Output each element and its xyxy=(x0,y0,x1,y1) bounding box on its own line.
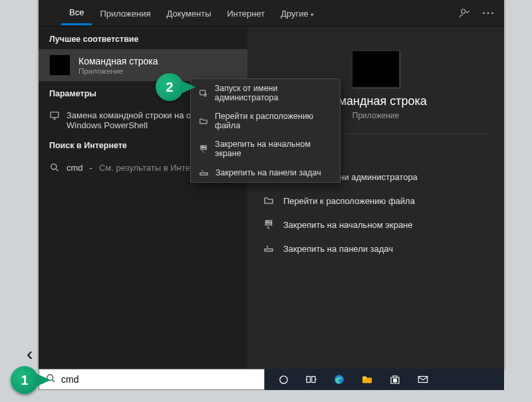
cmd-thumbnail-icon xyxy=(49,54,70,76)
action-open-location[interactable]: Перейти к расположению файла xyxy=(247,189,504,213)
svg-rect-17 xyxy=(312,377,315,383)
best-match-result[interactable]: Командная строка Приложение xyxy=(39,49,247,81)
context-menu: Запуск от имени администратора Перейти к… xyxy=(190,78,340,183)
pin-start-icon xyxy=(263,219,274,230)
more-icon[interactable] xyxy=(483,7,495,19)
search-input[interactable] xyxy=(61,374,257,385)
svg-rect-5 xyxy=(265,221,267,223)
mail-icon[interactable] xyxy=(416,373,430,386)
callout-1: 1 xyxy=(11,366,39,394)
section-best-match: Лучшее соответствие xyxy=(39,27,247,49)
svg-rect-8 xyxy=(265,249,273,251)
tab-internet[interactable]: Интернет xyxy=(219,2,273,25)
tab-apps[interactable]: Приложения xyxy=(92,2,158,25)
monitor-icon xyxy=(49,110,60,121)
result-name: Командная строка xyxy=(78,56,158,66)
context-open-location[interactable]: Перейти к расположению файла xyxy=(191,107,340,135)
svg-rect-13 xyxy=(200,173,207,175)
context-pin-taskbar[interactable]: Закрепить на панели задач xyxy=(191,163,340,182)
search-icon xyxy=(49,162,60,173)
action-pin-start[interactable]: Закрепить на начальном экране xyxy=(247,213,504,237)
folder-icon xyxy=(263,195,274,206)
taskbar-search-box[interactable] xyxy=(39,369,265,390)
svg-rect-22 xyxy=(394,381,395,382)
svg-rect-6 xyxy=(268,221,271,223)
folder-icon xyxy=(199,116,208,126)
action-pin-taskbar[interactable]: Закрепить на панели задач xyxy=(247,237,504,260)
svg-rect-16 xyxy=(307,377,310,383)
svg-rect-9 xyxy=(200,90,205,94)
svg-rect-10 xyxy=(201,146,202,147)
feedback-icon[interactable] xyxy=(459,7,471,19)
chevron-down-icon xyxy=(309,9,314,19)
svg-rect-12 xyxy=(201,148,206,149)
pin-taskbar-icon xyxy=(199,167,209,177)
tab-docs[interactable]: Документы xyxy=(158,2,219,25)
svg-point-2 xyxy=(51,164,57,169)
svg-rect-19 xyxy=(362,378,372,383)
cortana-icon[interactable] xyxy=(277,373,290,386)
shield-admin-icon xyxy=(199,88,208,98)
tab-all[interactable]: Все xyxy=(61,1,92,25)
svg-rect-23 xyxy=(395,381,396,382)
svg-rect-21 xyxy=(395,379,396,380)
tab-more[interactable]: Другие xyxy=(273,2,322,25)
pin-start-icon xyxy=(199,144,208,154)
edge-icon[interactable] xyxy=(332,373,346,386)
preview-thumbnail-icon xyxy=(352,50,400,88)
context-pin-start[interactable]: Закрепить на начальном экране xyxy=(191,135,340,163)
svg-rect-24 xyxy=(418,377,428,383)
context-run-admin[interactable]: Запуск от имени администратора xyxy=(191,79,340,107)
callout-2: 2 xyxy=(156,73,184,101)
explorer-icon[interactable] xyxy=(360,373,374,386)
svg-rect-11 xyxy=(203,146,206,147)
svg-rect-20 xyxy=(394,379,395,380)
result-type: Приложение xyxy=(78,67,158,75)
result-filter-tabs: Все Приложения Документы Интернет Другие xyxy=(39,0,504,27)
svg-point-0 xyxy=(462,9,466,13)
svg-rect-1 xyxy=(51,112,59,118)
pin-taskbar-icon xyxy=(263,243,274,254)
web-query: cmd xyxy=(66,163,83,173)
back-chevron-icon: ‹ xyxy=(27,344,33,365)
search-panel: Все Приложения Документы Интернет Другие… xyxy=(39,0,504,370)
svg-rect-7 xyxy=(265,223,271,225)
task-view-icon[interactable] xyxy=(305,373,318,386)
svg-point-15 xyxy=(279,375,287,383)
taskbar xyxy=(265,369,504,390)
store-icon[interactable] xyxy=(388,373,402,386)
